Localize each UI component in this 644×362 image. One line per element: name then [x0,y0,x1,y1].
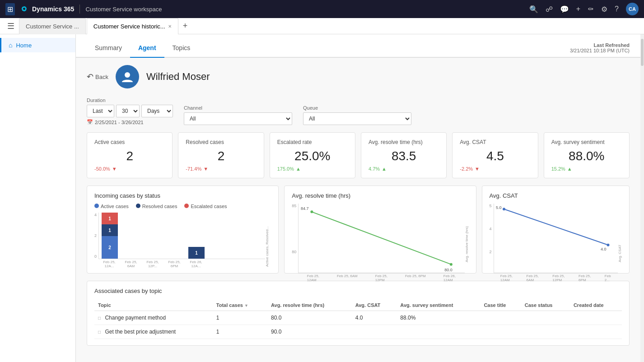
subtab-topics[interactable]: Topics [164,39,199,58]
duration-unit-select[interactable]: Days [141,105,173,117]
cell-case-title [480,325,521,339]
expand-icon[interactable]: □ [98,316,101,320]
app-name: Customer Service workspace [85,6,162,13]
col-avg-resolve: Avg. resolve time (hrs) [267,300,352,311]
up-arrow-icon: ▲ [296,166,301,172]
kpi-escalated-rate: Escalated rate 25.0% 175.0% ▲ [270,132,355,178]
kpi-avg-resolve-time: Avg. resolve time (hrs) 83.5 4.7% ▲ [361,132,447,178]
tabbar: ☰ Customer Service ... Customer Service … [0,18,644,34]
cases-table: Topic Total cases ▼ Avg. resolve time (h… [94,300,622,339]
brand: ⭘ Dynamics 365 [20,5,74,14]
duration-option-select[interactable]: Last [87,105,114,117]
kpi-avg-resolve-time-change: 4.7% ▲ [369,166,439,172]
sidebar-item-home[interactable]: ⌂ Home [0,38,75,52]
tab-customer-service-historic[interactable]: Customer Service historic... ✕ [87,18,178,34]
csat-svg: 5.0 4.0 [494,204,618,273]
cell-total-cases: 1 [213,311,267,325]
expand-icon[interactable]: □ [98,330,101,334]
kpi-active-cases: Active cases 2 -50.0% ▼ [87,132,173,178]
col-total-cases[interactable]: Total cases ▼ [213,300,267,311]
bar-chart-container: 4 2 0 1 1 2 [94,213,271,267]
bar-group-5: 1 [187,247,205,259]
scrollbar-thumb[interactable] [641,39,644,66]
home-icon: ⌂ [9,42,12,49]
svg-text:5.0: 5.0 [496,205,502,210]
tab-close-icon[interactable]: ✕ [168,24,172,29]
legend-active: Active cases [94,204,129,209]
cell-avg-csat: 4.0 [352,311,397,325]
topbar: ⊞ ⭘ Dynamics 365 Customer Service worksp… [0,0,644,18]
col-avg-csat: Avg. CSAT [352,300,397,311]
date-range: 📅 2/25/2021 - 3/26/2021 [87,119,173,125]
cell-avg-survey: 88.0% [397,311,480,325]
chart-legend: Active cases Resolved cases Escalated ca… [94,204,271,209]
filter-icon[interactable]: ⚰ [588,5,594,14]
target-icon[interactable]: ☍ [546,5,553,14]
channel-select[interactable]: All [184,112,292,125]
kpi-resolved-cases-change: -71.4% ▼ [186,166,256,172]
help-icon[interactable]: ? [615,5,619,13]
main-layout: ⌂ Home Summary Agent Topics Last Refresh… [0,34,644,362]
back-button[interactable]: ↶ Back [87,72,108,82]
brand-name: Dynamics 365 [32,5,74,13]
app-grid-icon[interactable]: ⊞ [5,3,15,15]
settings-icon[interactable]: ⚙ [601,5,607,14]
cell-avg-resolve: 80.0 [267,311,352,325]
cell-topic: □ Change payment method [94,311,213,325]
legend-resolved: Resolved cases [136,204,177,209]
queue-select[interactable]: All [303,112,411,125]
x-axis-labels: Feb 25, 12A... Feb 25, 6AM Feb 25, 12P..… [98,259,265,268]
tab-add-icon[interactable]: + [179,21,191,31]
bars-area: 1 1 2 1 [98,213,265,259]
y-axis-labels: 4 2 0 [94,213,98,267]
tab-customer-service[interactable]: Customer Service ... [19,18,86,34]
svg-text:4.0: 4.0 [601,247,607,251]
last-refreshed: Last Refreshed 3/21/2021 10:18 PM (UTC) [570,42,630,57]
sidebar: ⌂ Home [0,34,76,362]
charts-row: Incoming cases by status Active cases Re… [87,186,630,274]
tab-label: Customer Service historic... [93,23,165,30]
csat-y-labels: 5 4 2 [490,204,494,262]
topbar-divider [79,5,80,14]
content-area: Summary Agent Topics Last Refreshed 3/21… [76,34,640,362]
dynamics-logo: ⭘ [20,5,28,14]
kpi-escalated-rate-change: 175.0% ▲ [277,166,348,172]
cell-created-date [570,311,622,325]
table-row: □ Get the best price adjustment 1 90.0 [94,325,622,339]
right-scrollbar[interactable] [640,34,644,362]
duration-filter: Duration Last 30 Days 📅 [87,97,173,125]
duration-value-select[interactable]: 30 [116,105,140,117]
add-icon[interactable]: + [576,5,580,13]
resolve-x-labels: Feb 25,12AM Feb 25, 6AM Feb 25,12PM Feb … [298,273,464,282]
sidebar-item-home-label: Home [16,42,32,49]
csat-chart: Avg. CSAT 5 4 2 5.0 4.0 [482,186,630,274]
svg-point-10 [607,244,609,246]
search-icon[interactable]: 🔍 [529,5,538,14]
table-row: □ Change payment method 1 80.0 4.0 88.0% [94,311,622,325]
svg-point-0 [125,72,130,78]
chat-icon[interactable]: 💬 [560,5,569,14]
sidebar-toggle-icon[interactable]: ☰ [4,19,18,33]
calendar-icon: 📅 [87,119,93,125]
cell-created-date [570,325,622,339]
subtabs: Summary Agent Topics [87,39,198,57]
col-topic: Topic [94,300,213,311]
cell-topic: □ Get the best price adjustment [94,325,213,339]
page-content: ↶ Back Wilfried Moser Duration [76,58,640,353]
kpi-active-cases-change: -50.0% ▼ [94,166,165,172]
tab-label: Customer Service ... [26,23,79,30]
subtab-agent[interactable]: Agent [130,39,164,58]
resolve-y-title: Avg. resolve time (hrs) [465,204,469,262]
csat-x-labels: Feb 25,12AM Feb 25,6AM Feb 25,12PM Feb 2… [494,273,618,282]
col-case-title: Case title [480,300,521,311]
subtab-summary[interactable]: Summary [87,39,130,58]
agent-name: Wilfried Moser [146,71,210,83]
agent-header: ↶ Back Wilfried Moser [87,65,630,88]
kpi-row: Active cases 2 -50.0% ▼ Resolved cases 2… [87,132,630,178]
col-case-status: Case status [521,300,570,311]
up-arrow-icon: ▲ [382,166,387,172]
incoming-cases-chart: Incoming cases by status Active cases Re… [87,186,279,274]
sort-icon: ▼ [244,303,248,308]
queue-filter: Queue All [303,105,411,125]
user-avatar[interactable]: CA [626,3,639,15]
